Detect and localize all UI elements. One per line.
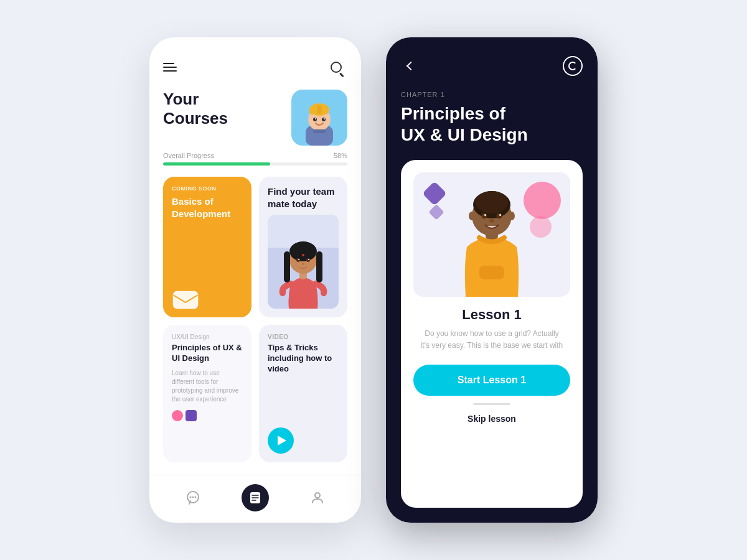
chat-icon	[186, 490, 200, 505]
video-title: Tips & Tricks including how to video	[268, 343, 339, 375]
teammate-card[interactable]: Find your team mate today	[259, 177, 347, 317]
progress-label: Overall Progress 58%	[163, 152, 347, 159]
ux-description: Learn how to use different tools for pro…	[172, 369, 243, 404]
nav-profile[interactable]	[304, 484, 331, 511]
svg-point-26	[192, 497, 194, 498]
ux-title: Principles of UX & UI Design	[172, 343, 243, 364]
svg-point-37	[476, 191, 508, 213]
progress-section: Overall Progress 58%	[163, 152, 347, 166]
svg-point-38	[482, 213, 487, 219]
svg-point-7	[322, 118, 326, 121]
svg-point-6	[313, 118, 317, 121]
ux-subtitle: UX/UI Design	[172, 334, 243, 340]
svg-point-15	[289, 241, 317, 261]
book-icon	[248, 491, 262, 505]
envelope-icon	[172, 290, 197, 309]
refresh-icon	[568, 62, 577, 70]
start-lesson-button[interactable]: Start Lesson 1	[413, 365, 570, 396]
pink-shape	[172, 410, 183, 421]
svg-point-20	[298, 259, 299, 260]
menu-button[interactable]	[163, 63, 177, 72]
search-button[interactable]	[325, 56, 347, 78]
purple-shape	[186, 410, 197, 421]
svg-rect-3	[309, 107, 314, 114]
svg-rect-10	[313, 129, 326, 133]
svg-point-21	[308, 259, 309, 260]
profile-icon	[310, 490, 325, 505]
coming-soon-title: Basics of Development	[172, 195, 243, 220]
right-phone: CHAPTER 1 Principles ofUX & UI Design	[386, 37, 598, 523]
svg-rect-33	[479, 266, 504, 279]
left-phone: Your Courses	[149, 37, 361, 523]
teammate-title: Find your team mate today	[268, 185, 339, 210]
nav-chat[interactable]	[179, 484, 207, 511]
svg-point-43	[469, 212, 475, 220]
avatar	[291, 90, 347, 146]
svg-point-23	[302, 254, 304, 256]
lesson-description: Do you know how to use a grid? Actually …	[413, 328, 570, 352]
title-block: Your Courses	[163, 90, 228, 128]
search-icon	[331, 62, 342, 73]
skip-lesson-button[interactable]: Skip lesson	[467, 414, 516, 424]
video-card[interactable]: VIDEO Tips & Tricks including how to vid…	[259, 325, 347, 462]
svg-point-40	[484, 214, 486, 216]
svg-point-8	[315, 118, 316, 119]
svg-rect-17	[316, 251, 322, 282]
svg-rect-11	[173, 291, 198, 309]
bottom-nav	[149, 475, 361, 523]
svg-rect-4	[317, 105, 322, 114]
teammate-svg	[275, 234, 331, 309]
svg-point-19	[306, 258, 310, 262]
top-bar	[163, 56, 347, 78]
ux-shapes	[172, 410, 243, 421]
header-row: Your Courses	[163, 90, 347, 146]
page-title: Your Courses	[163, 90, 228, 128]
svg-point-32	[315, 493, 320, 498]
svg-point-39	[497, 213, 502, 219]
diamond-large	[422, 181, 447, 206]
ux-design-card[interactable]: UX/UI Design Principles of UX & UI Desig…	[163, 325, 251, 462]
progress-bar	[163, 162, 347, 166]
avatar-svg	[294, 96, 344, 146]
progress-fill	[163, 162, 270, 166]
back-button[interactable]	[401, 56, 421, 76]
svg-point-41	[499, 214, 501, 216]
svg-point-22	[302, 263, 304, 265]
chapter-label: CHAPTER 1	[401, 91, 583, 98]
play-button[interactable]	[268, 427, 294, 454]
svg-point-9	[324, 118, 325, 119]
lesson-person-svg	[448, 179, 535, 297]
chapter-title: Principles ofUX & UI Design	[401, 103, 583, 145]
coming-soon-badge: COMING SOON	[172, 185, 243, 192]
svg-point-42	[489, 220, 494, 223]
refresh-button[interactable]	[563, 56, 583, 76]
svg-rect-5	[324, 107, 329, 114]
video-badge: VIDEO	[268, 334, 339, 340]
cards-grid: COMING SOON Basics of Development Find y…	[163, 177, 347, 462]
back-icon	[406, 62, 415, 70]
coming-soon-card[interactable]: COMING SOON Basics of Development	[163, 177, 251, 317]
lesson-title: Lesson 1	[462, 307, 521, 323]
right-top-bar	[401, 56, 583, 76]
svg-point-18	[296, 258, 300, 262]
svg-point-25	[190, 497, 192, 498]
diamond-small	[428, 204, 444, 220]
svg-rect-16	[284, 251, 290, 282]
lesson-card: Lesson 1 Do you know how to use a grid? …	[401, 160, 583, 508]
svg-point-27	[195, 497, 197, 498]
nav-courses[interactable]	[242, 484, 269, 511]
play-icon	[278, 436, 286, 446]
svg-point-44	[509, 212, 515, 220]
lesson-illustration	[413, 172, 570, 297]
divider	[473, 403, 510, 405]
